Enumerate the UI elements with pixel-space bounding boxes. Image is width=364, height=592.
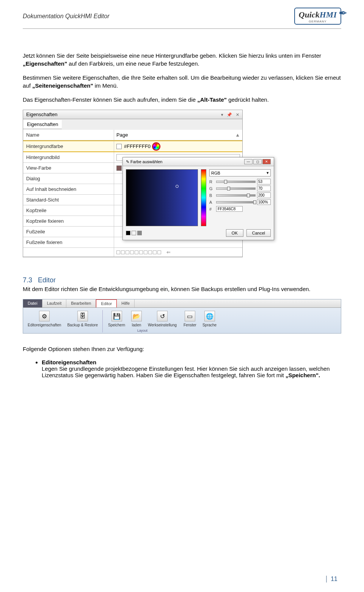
pin-icon[interactable]: 📌 bbox=[227, 112, 232, 117]
tab-datei[interactable]: Datei bbox=[23, 299, 42, 307]
bgcolor-field[interactable]: #FFFFFFF0 bbox=[124, 143, 151, 149]
b-input[interactable]: 200 bbox=[257, 192, 271, 198]
prop-row-swatches: ⇐ bbox=[23, 248, 242, 257]
logo: QuickHMI GERMANY ✒ bbox=[294, 8, 341, 25]
hex-input[interactable]: FF3546C8 bbox=[216, 206, 243, 212]
dropdown-icon[interactable]: ▾ bbox=[221, 112, 223, 117]
preset-swatches[interactable] bbox=[116, 250, 162, 254]
paragraph-3: Das Eigenschaften-Fenster können Sie auc… bbox=[23, 96, 341, 104]
a-slider[interactable] bbox=[216, 201, 256, 203]
list-item: Editoreigenschaften Legen Sie grundlegen… bbox=[42, 359, 341, 378]
page-number: 11 bbox=[326, 576, 337, 583]
color-cursor[interactable] bbox=[176, 185, 179, 188]
b-slider[interactable] bbox=[216, 194, 256, 197]
btn-backup[interactable]: 🗄Backup & Restore bbox=[66, 310, 99, 332]
feather-icon: ✒ bbox=[339, 7, 347, 19]
ribbon-group-label: Layout bbox=[137, 329, 147, 332]
paragraph-2: Bestimmen Sie weitere Eigenschaften, die… bbox=[23, 74, 341, 90]
properties-panel: Eigenschaften ▾ 📌 ✕ Eigenschaften Name P… bbox=[23, 110, 243, 257]
g-slider[interactable] bbox=[216, 187, 256, 190]
options-intro: Folgende Optionen stehen Ihnen zur Verfü… bbox=[23, 345, 341, 353]
close-button[interactable]: ✕ bbox=[262, 159, 271, 164]
maximize-button[interactable]: ◻ bbox=[253, 159, 262, 164]
gear-icon: ⚙ bbox=[39, 311, 50, 321]
globe-icon: 🌐 bbox=[204, 311, 215, 321]
hue-slider[interactable] bbox=[201, 169, 206, 226]
color-picker-button[interactable] bbox=[153, 143, 160, 150]
section-heading: 7.3 Editor bbox=[23, 276, 341, 284]
btn-editoreigenschaften[interactable]: ⚙Editoreigenschaften bbox=[26, 310, 63, 332]
window-icon: ▭ bbox=[185, 311, 195, 321]
page-header: Dokumentation QuickHMI Editor QuickHMI G… bbox=[23, 8, 341, 29]
g-input[interactable]: 70 bbox=[257, 186, 271, 191]
btn-fenster[interactable]: ▭Fenster bbox=[182, 310, 198, 332]
panel-titlebar: Eigenschaften ▾ 📌 ✕ bbox=[23, 110, 242, 119]
color-gradient[interactable] bbox=[126, 169, 198, 226]
tab-laufzeit[interactable]: Laufzeit bbox=[42, 299, 67, 307]
btn-werkseinstellung[interactable]: ↺Werkseinstellung bbox=[146, 310, 178, 328]
btn-sprache[interactable]: 🌐Sprache bbox=[201, 310, 218, 332]
ribbon-toolbar: Datei Laufzeit Bearbeiten Editor Hilfe ⚙… bbox=[23, 299, 341, 334]
btn-laden[interactable]: 📂laden bbox=[130, 310, 143, 328]
logo-text: QuickHMI bbox=[299, 10, 337, 19]
folder-open-icon: 📂 bbox=[131, 311, 142, 321]
prop-row-bgcolor: Hintergrundfarbe #FFFFFFF0 bbox=[23, 140, 242, 152]
color-mode-select[interactable]: RGB▾ bbox=[209, 169, 271, 176]
logo-subtitle: GERMANY bbox=[299, 20, 337, 23]
section-intro: Mit dem Editor richten Sie die Entwicklu… bbox=[23, 285, 341, 293]
options-list: Editoreigenschaften Legen Sie grundlegen… bbox=[42, 359, 341, 378]
cancel-button[interactable]: Cancel bbox=[246, 229, 271, 237]
color-picker-dialog: ✎ Farbe auswählen — ◻ ✕ RGB▾ R53 G70 B20… bbox=[122, 157, 274, 240]
dialog-title: Farbe auswählen bbox=[130, 159, 162, 164]
minimize-button[interactable]: — bbox=[244, 159, 253, 164]
close-icon[interactable]: ✕ bbox=[236, 112, 239, 117]
tab-bearbeiten[interactable]: Bearbeiten bbox=[66, 299, 96, 307]
properties-tab[interactable]: Eigenschaften bbox=[23, 120, 62, 129]
paragraph-1: Jetzt können Sie der Seite beispielsweis… bbox=[23, 52, 341, 68]
scroll-up-icon[interactable]: ▲ bbox=[235, 132, 240, 138]
recent-colors[interactable] bbox=[126, 231, 142, 235]
reset-icon: ↺ bbox=[157, 311, 168, 321]
chevron-left-icon[interactable]: ⇐ bbox=[166, 249, 171, 255]
btn-speichern[interactable]: 💾Speichern bbox=[107, 310, 127, 328]
tab-editor[interactable]: Editor bbox=[96, 299, 117, 307]
tab-hilfe[interactable]: Hilfe bbox=[117, 299, 135, 307]
a-input[interactable]: 100% bbox=[257, 199, 271, 205]
color-swatch-icon bbox=[116, 165, 122, 171]
doc-title: Dokumentation QuickHMI Editor bbox=[23, 13, 110, 20]
name-field[interactable]: Page bbox=[116, 132, 128, 138]
database-icon: 🗄 bbox=[77, 311, 88, 321]
prop-row-name: Name Page▲ bbox=[23, 130, 242, 140]
color-swatch-icon bbox=[116, 144, 122, 149]
r-input[interactable]: 53 bbox=[257, 179, 271, 184]
r-slider[interactable] bbox=[216, 181, 256, 183]
save-icon: 💾 bbox=[111, 311, 122, 321]
ok-button[interactable]: OK bbox=[226, 229, 243, 237]
